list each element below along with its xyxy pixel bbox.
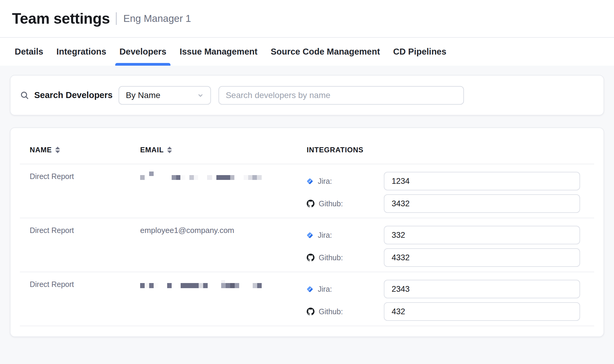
page-header: Team settings Eng Manager 1 (0, 0, 614, 37)
search-developers-label: Search Developers (34, 90, 113, 100)
search-filter-value: By Name (126, 91, 160, 100)
jira-id-input[interactable] (384, 280, 580, 298)
github-label-text: Github: (319, 307, 343, 316)
jira-label-text: Jira: (318, 231, 332, 240)
jira-label: Jira: (307, 285, 384, 294)
tab-bar: DetailsIntegrationsDevelopersIssue Manag… (0, 37, 614, 66)
github-label: Github: (307, 253, 384, 262)
jira-field-row: Jira: (307, 172, 594, 190)
search-icon (20, 91, 29, 100)
sort-icon[interactable] (167, 147, 172, 153)
chevron-down-icon (197, 91, 204, 99)
page-subtitle: Eng Manager 1 (123, 13, 191, 24)
table-header-row: NAMEEMAILINTEGRATIONS (20, 128, 594, 164)
github-label-text: Github: (319, 253, 343, 262)
github-icon (307, 308, 315, 315)
developer-email (140, 164, 307, 218)
jira-field-row: Jira: (307, 226, 594, 244)
jira-id-input[interactable] (384, 172, 580, 190)
developer-name: Direct Report (30, 164, 140, 218)
integrations-cell: Jira: Github: (307, 218, 594, 272)
table-row: Direct Report Jira: Github: (20, 164, 594, 218)
github-id-input[interactable] (384, 248, 580, 267)
column-header-name[interactable]: NAME (30, 146, 140, 154)
content-area: Search Developers By Name NAMEEMAILINTEG… (0, 66, 614, 337)
jira-icon (307, 178, 313, 184)
table-row: Direct Report employee1@company.com Jira… (20, 218, 594, 272)
jira-id-input[interactable] (384, 226, 580, 244)
github-field-row: Github: (307, 194, 594, 213)
integrations-cell: Jira: Github: (307, 272, 594, 326)
title-separator (116, 12, 117, 25)
github-id-input[interactable] (384, 194, 580, 213)
tab-integrations[interactable]: Integrations (52, 38, 110, 66)
github-id-input[interactable] (384, 302, 580, 321)
github-field-row: Github: (307, 302, 594, 321)
github-icon (307, 200, 315, 207)
search-panel: Search Developers By Name (10, 75, 604, 115)
github-label: Github: (307, 307, 384, 316)
column-label: EMAIL (140, 146, 164, 154)
tab-cd-pipelines[interactable]: CD Pipelines (389, 38, 450, 66)
integrations-cell: Jira: Github: (307, 164, 594, 218)
jira-label: Jira: (307, 231, 384, 240)
jira-field-row: Jira: (307, 280, 594, 298)
column-label: NAME (30, 146, 52, 154)
table-row: Direct Report Jira: Github: (20, 272, 594, 326)
tab-details[interactable]: Details (11, 38, 47, 66)
column-header-integrations: INTEGRATIONS (307, 146, 594, 154)
jira-label: Jira: (307, 177, 384, 186)
search-input[interactable] (218, 86, 464, 105)
jira-icon (307, 286, 313, 292)
developer-email: employee1@company.com (140, 218, 307, 272)
github-field-row: Github: (307, 248, 594, 267)
column-header-email[interactable]: EMAIL (140, 146, 307, 154)
jira-icon (307, 232, 313, 238)
tab-developers[interactable]: Developers (115, 38, 170, 66)
redacted-email (140, 280, 307, 292)
github-icon (307, 254, 315, 261)
developer-email (140, 272, 307, 326)
redacted-email (140, 172, 307, 184)
developer-name: Direct Report (30, 272, 140, 326)
page-title: Team settings (12, 10, 110, 27)
github-label-text: Github: (319, 199, 343, 208)
jira-label-text: Jira: (318, 285, 332, 294)
search-filter-select[interactable]: By Name (119, 86, 211, 105)
developer-name: Direct Report (30, 218, 140, 272)
github-label: Github: (307, 199, 384, 208)
developers-table: NAMEEMAILINTEGRATIONS Direct Report Jira… (10, 127, 604, 337)
tab-source-code-management[interactable]: Source Code Management (266, 38, 384, 66)
sort-icon[interactable] (55, 147, 60, 153)
tab-issue-management[interactable]: Issue Management (175, 38, 261, 66)
column-label: INTEGRATIONS (307, 146, 363, 154)
jira-label-text: Jira: (318, 177, 332, 186)
